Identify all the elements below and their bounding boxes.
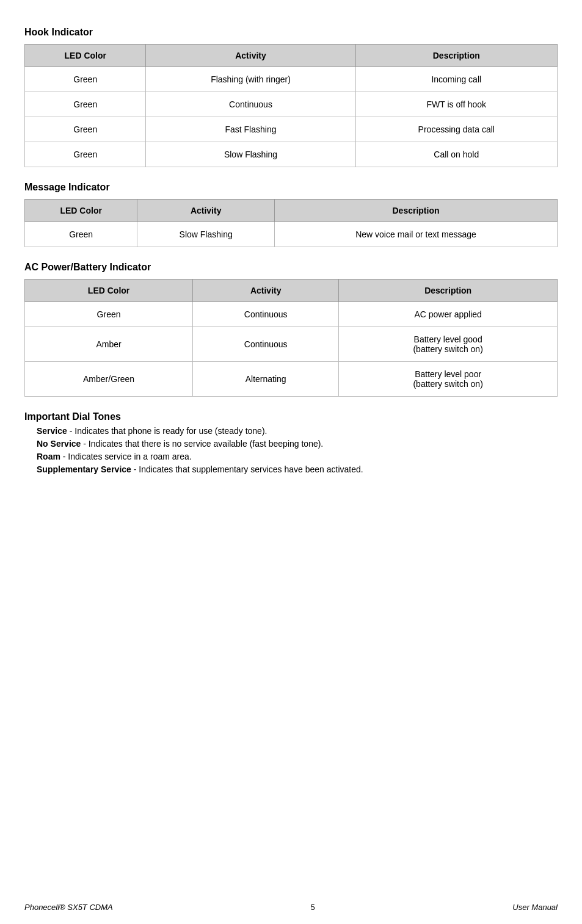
ac-battery-indicator-section: AC Power/Battery Indicator LED Color Act… (24, 262, 558, 397)
hook-indicator-header-row: LED Color Activity Description (25, 45, 558, 67)
dial-tones-list: Service - Indicates that phone is ready … (24, 426, 558, 474)
table-row: GreenSlow FlashingNew voice mail or text… (25, 222, 558, 247)
msg-col-led: LED Color (25, 200, 137, 222)
table-cell: FWT is off hook (355, 92, 557, 117)
table-row: GreenSlow FlashingCall on hold (25, 142, 558, 167)
message-indicator-section: Message Indicator LED Color Activity Des… (24, 182, 558, 247)
footer: Phonecell® SX5T CDMA 5 User Manual (0, 903, 582, 912)
table-cell: Incoming call (355, 67, 557, 92)
message-indicator-table: LED Color Activity Description GreenSlow… (24, 199, 558, 247)
dial-tone-item: No Service - Indicates that there is no … (37, 439, 558, 449)
ac-battery-indicator-title: AC Power/Battery Indicator (24, 262, 558, 273)
table-cell: Continuous (193, 327, 339, 362)
table-cell: New voice mail or text message (275, 222, 558, 247)
table-cell: Green (25, 67, 146, 92)
table-cell: Green (25, 92, 146, 117)
important-dial-tones-section: Important Dial Tones Service - Indicates… (24, 411, 558, 474)
footer-center-page: 5 (310, 903, 315, 912)
ac-battery-indicator-table: LED Color Activity Description GreenCont… (24, 279, 558, 397)
footer-right: User Manual (512, 903, 558, 912)
table-row: GreenContinuousAC power applied (25, 302, 558, 327)
table-cell: Continuous (146, 92, 355, 117)
message-indicator-header-row: LED Color Activity Description (25, 200, 558, 222)
table-cell: Slow Flashing (137, 222, 275, 247)
hook-indicator-section: Hook Indicator LED Color Activity Descri… (24, 27, 558, 167)
ac-battery-header-row: LED Color Activity Description (25, 280, 558, 302)
hook-indicator-title: Hook Indicator (24, 27, 558, 38)
hook-col-activity: Activity (146, 45, 355, 67)
msg-col-activity: Activity (137, 200, 275, 222)
dial-tone-item: Service - Indicates that phone is ready … (37, 426, 558, 436)
table-cell: Green (25, 222, 137, 247)
table-cell: Amber/Green (25, 362, 193, 397)
table-cell: Alternating (193, 362, 339, 397)
table-row: GreenFlashing (with ringer)Incoming call (25, 67, 558, 92)
table-cell: Green (25, 142, 146, 167)
important-dial-tones-title: Important Dial Tones (24, 411, 558, 422)
dial-tone-item: Roam - Indicates service in a roam area. (37, 452, 558, 461)
table-cell: Call on hold (355, 142, 557, 167)
footer-left: Phonecell® SX5T CDMA (24, 903, 113, 912)
table-row: GreenContinuousFWT is off hook (25, 92, 558, 117)
table-cell: Processing data call (355, 117, 557, 142)
message-indicator-title: Message Indicator (24, 182, 558, 193)
hook-indicator-table: LED Color Activity Description GreenFlas… (24, 44, 558, 167)
page-content: Hook Indicator LED Color Activity Descri… (24, 27, 558, 474)
table-cell: Amber (25, 327, 193, 362)
table-cell: Battery level poor(battery switch on) (339, 362, 558, 397)
msg-col-description: Description (275, 200, 558, 222)
table-row: GreenFast FlashingProcessing data call (25, 117, 558, 142)
table-cell: Green (25, 302, 193, 327)
ac-col-activity: Activity (193, 280, 339, 302)
table-cell: Green (25, 117, 146, 142)
hook-col-description: Description (355, 45, 557, 67)
hook-col-led: LED Color (25, 45, 146, 67)
table-cell: AC power applied (339, 302, 558, 327)
table-cell: Fast Flashing (146, 117, 355, 142)
table-row: AmberContinuousBattery level good(batter… (25, 327, 558, 362)
table-cell: Flashing (with ringer) (146, 67, 355, 92)
table-cell: Continuous (193, 302, 339, 327)
table-cell: Battery level good(battery switch on) (339, 327, 558, 362)
ac-col-description: Description (339, 280, 558, 302)
dial-tone-item: Supplementary Service - Indicates that s… (37, 464, 558, 474)
table-row: Amber/GreenAlternatingBattery level poor… (25, 362, 558, 397)
ac-col-led: LED Color (25, 280, 193, 302)
table-cell: Slow Flashing (146, 142, 355, 167)
